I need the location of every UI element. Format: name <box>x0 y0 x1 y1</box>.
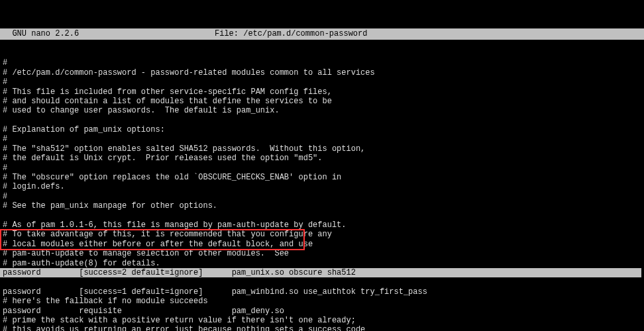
line: # To take advantage of this, it is recom… <box>3 230 332 239</box>
line-highlighted: password [success=2 default=ignore] pam_… <box>0 268 641 277</box>
line: # This file is included from other servi… <box>3 87 332 97</box>
line: # pam-auth-update(8) for details. <box>3 259 160 268</box>
line: # See the pam_unix manpage for other opt… <box>3 201 217 211</box>
line: # login.defs. <box>3 182 65 191</box>
line: # <box>3 134 7 144</box>
line: # pam-auth-update to manage selection of… <box>3 249 289 258</box>
line: # The "sha512" option enables salted SHA… <box>3 144 365 154</box>
line: password requisite pam_deny.so <box>3 307 284 316</box>
nano-titlebar: GNU nano 2.2.6 File: /etc/pam.d/common-p… <box>0 28 644 39</box>
line: # As of pam 1.0.1-6, this file is manage… <box>3 220 346 230</box>
editor-content[interactable]: # # /etc/pam.d/common-password - passwor… <box>0 58 644 331</box>
line: # used to change user passwords. The def… <box>3 106 280 115</box>
nano-filename: File: /etc/pam.d/common-password <box>215 29 641 38</box>
line: # /etc/pam.d/common-password - password-… <box>3 68 375 77</box>
line: # <box>3 192 7 201</box>
line: # local modules either before or after t… <box>3 240 313 249</box>
line: # this avoids us returning an error just… <box>3 325 365 331</box>
line: # Explanation of pam_unix options: <box>3 125 165 134</box>
line: # <box>3 77 7 87</box>
line: # <box>3 164 7 173</box>
nano-version: GNU nano 2.2.6 <box>3 29 215 38</box>
line: # the default is Unix crypt. Prior relea… <box>3 154 322 163</box>
line: # prime the stack with a positive return… <box>3 316 356 325</box>
line: # and should contain a list of modules t… <box>3 97 332 106</box>
line: # <box>3 58 7 68</box>
line: password [success=1 default=ignore] pam_… <box>3 287 427 297</box>
line: # The "obscure" option replaces the old … <box>3 173 341 182</box>
line: # here's the fallback if no module succe… <box>3 297 208 306</box>
